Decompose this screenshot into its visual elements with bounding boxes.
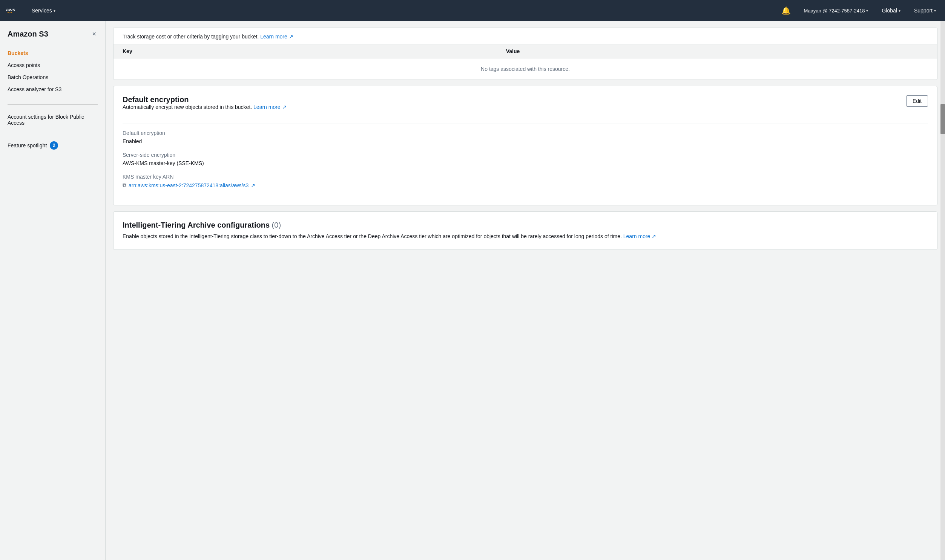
aws-logo[interactable]: aws (6, 5, 21, 16)
encryption-section: Default encryption Automatically encrypt… (113, 86, 937, 205)
copy-icon[interactable]: ⧉ (123, 182, 126, 188)
encryption-external-link-icon: ↗ (282, 104, 287, 110)
region-chevron-icon: ▾ (899, 9, 900, 13)
sidebar-divider (8, 105, 98, 105)
sidebar-item-block-public-access[interactable]: Account settings for Block Public Access (0, 111, 105, 129)
encryption-card-header: Default encryption Automatically encrypt… (123, 95, 928, 118)
encryption-learn-more-link[interactable]: Learn more ↗ (253, 104, 286, 110)
sidebar-item-feature-spotlight[interactable]: Feature spotlight 2 (0, 138, 105, 152)
default-encryption-field: Default encryption Enabled (123, 130, 928, 144)
sidebar: Amazon S3 × Buckets Access points Batch … (0, 21, 106, 560)
default-encryption-label: Default encryption (123, 130, 928, 136)
services-chevron-icon: ▾ (54, 9, 55, 13)
sidebar-item-batch-operations[interactable]: Batch Operations (0, 71, 105, 83)
tiering-learn-more-link[interactable]: Learn more ↗ (623, 233, 656, 239)
encryption-subtitle: Automatically encrypt new objects stored… (123, 104, 287, 110)
sidebar-item-access-points[interactable]: Access points (0, 59, 105, 71)
scrollbar-thumb[interactable] (940, 104, 945, 134)
kms-arn-link[interactable]: ⧉ arn:aws:kms:us-east-2:724275872418:ali… (123, 182, 928, 188)
sidebar-header: Amazon S3 × (0, 29, 105, 47)
feature-spotlight-label: Feature spotlight (8, 142, 47, 148)
tags-table: Key Value No tags associated with this r… (114, 45, 937, 80)
user-menu[interactable]: Maayan @ 7242-7587-2418 ▾ (800, 6, 871, 16)
col-key-header: Key (114, 45, 497, 58)
tiering-count: (0) (272, 221, 281, 229)
encryption-edit-button[interactable]: Edit (906, 95, 928, 107)
user-chevron-icon: ▾ (866, 9, 868, 13)
tags-empty-message: No tags associated with this resource. (114, 58, 937, 80)
tags-info: Track storage cost or other criteria by … (114, 28, 937, 45)
default-encryption-value: Enabled (123, 138, 928, 144)
kms-arn-label: KMS master key ARN (123, 174, 928, 180)
main-content: Track storage cost or other criteria by … (106, 21, 945, 560)
tags-learn-more-link[interactable]: Learn more ↗ (260, 34, 293, 40)
sidebar-close-button[interactable]: × (91, 29, 98, 40)
sidebar-title: Amazon S3 (8, 30, 48, 38)
tags-section: Track storage cost or other criteria by … (113, 27, 937, 80)
feature-spotlight-badge: 2 (50, 141, 58, 149)
tiering-external-link-icon: ↗ (652, 233, 656, 239)
kms-arn-text: arn:aws:kms:us-east-2:724275872418:alias… (129, 182, 248, 188)
services-button[interactable]: Services ▾ (29, 5, 59, 16)
support-button[interactable]: Support ▾ (911, 5, 939, 16)
arn-external-link-icon: ↗ (251, 182, 255, 188)
tiering-title: Intelligent-Tiering Archive configuratio… (123, 221, 928, 229)
external-link-icon: ↗ (289, 34, 293, 40)
sidebar-item-access-analyzer[interactable]: Access analyzer for S3 (0, 83, 105, 95)
scrollbar-track[interactable] (940, 21, 945, 560)
server-side-encryption-label: Server-side encryption (123, 152, 928, 158)
tiering-section: Intelligent-Tiering Archive configuratio… (113, 211, 937, 250)
sidebar-divider-2 (8, 132, 98, 132)
page-layout: Amazon S3 × Buckets Access points Batch … (0, 21, 945, 560)
encryption-header-text: Default encryption Automatically encrypt… (123, 95, 287, 118)
sidebar-nav: Buckets Access points Batch Operations A… (0, 47, 105, 102)
region-button[interactable]: Global ▾ (879, 5, 903, 16)
col-value-header: Value (497, 45, 937, 58)
support-chevron-icon: ▾ (934, 9, 936, 13)
tiering-description: Enable objects stored in the Intelligent… (123, 232, 928, 240)
kms-arn-value-container: ⧉ arn:aws:kms:us-east-2:724275872418:ali… (123, 182, 928, 188)
kms-arn-field: KMS master key ARN ⧉ arn:aws:kms:us-east… (123, 174, 928, 188)
field-divider-1 (123, 124, 928, 124)
top-navigation: aws Services ▾ 🔔 Maayan @ 7242-7587-2418… (0, 0, 945, 21)
server-side-encryption-field: Server-side encryption AWS-KMS master-ke… (123, 152, 928, 166)
notifications-icon[interactable]: 🔔 (779, 4, 793, 17)
sidebar-item-buckets[interactable]: Buckets (0, 47, 105, 59)
encryption-title: Default encryption (123, 95, 287, 104)
svg-text:aws: aws (6, 7, 15, 12)
server-side-encryption-value: AWS-KMS master-key (SSE-KMS) (123, 160, 928, 166)
